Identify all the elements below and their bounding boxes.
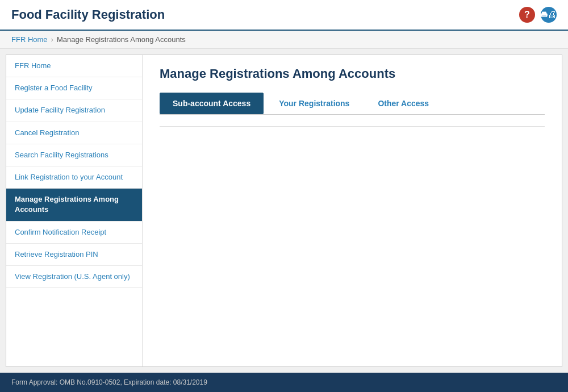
sidebar-item-search-facility-registrations[interactable]: Search Facility Registrations xyxy=(6,144,142,166)
sidebar-item-retrieve-pin[interactable]: Retrieve Registration PIN xyxy=(6,244,142,266)
sidebar-item-link-registration[interactable]: Link Registration to your Account xyxy=(6,166,142,189)
breadcrumb-current: Manage Registrations Among Accounts xyxy=(57,35,186,44)
sidebar-item-manage-registrations[interactable]: Manage Registrations Among Accounts xyxy=(6,189,142,221)
tab-sub-account-access[interactable]: Sub-account Access xyxy=(160,93,264,114)
app-title: Food Facility Registration xyxy=(11,7,165,22)
sidebar: FFR HomeRegister a Food FacilityUpdate F… xyxy=(6,55,143,366)
breadcrumb: FFR Home › Manage Registrations Among Ac… xyxy=(0,31,568,49)
main-container: FFR HomeRegister a Food FacilityUpdate F… xyxy=(6,55,562,367)
sidebar-item-view-registration[interactable]: View Registration (U.S. Agent only) xyxy=(6,266,142,288)
sidebar-item-ffr-home[interactable]: FFR Home xyxy=(6,55,142,77)
sidebar-item-confirm-notification[interactable]: Confirm Notification Receipt xyxy=(6,222,142,244)
tab-other-access[interactable]: Other Access xyxy=(365,93,442,114)
content-area: Manage Registrations Among Accounts Sub-… xyxy=(143,55,562,366)
tabs-container: Sub-account AccessYour RegistrationsOthe… xyxy=(160,93,545,115)
print-icon[interactable]: 🖨 xyxy=(541,7,557,23)
content-divider xyxy=(160,126,545,127)
sidebar-item-cancel-registration[interactable]: Cancel Registration xyxy=(6,122,142,144)
breadcrumb-separator: › xyxy=(51,35,53,44)
tab-your-registrations[interactable]: Your Registrations xyxy=(266,93,362,114)
sidebar-item-update-facility-registration[interactable]: Update Facility Registration xyxy=(6,99,142,122)
page-title: Manage Registrations Among Accounts xyxy=(160,66,545,81)
page-header: Food Facility Registration ? 🖨 xyxy=(0,0,568,31)
footer-text: Form Approval: OMB No.0910-0502, Expirat… xyxy=(11,378,207,386)
breadcrumb-home-link[interactable]: FFR Home xyxy=(11,35,48,44)
header-icons: ? 🖨 xyxy=(519,7,557,23)
help-icon[interactable]: ? xyxy=(519,7,535,23)
sidebar-item-register-food-facility[interactable]: Register a Food Facility xyxy=(6,77,142,99)
page-footer: Form Approval: OMB No.0910-0502, Expirat… xyxy=(0,373,568,392)
